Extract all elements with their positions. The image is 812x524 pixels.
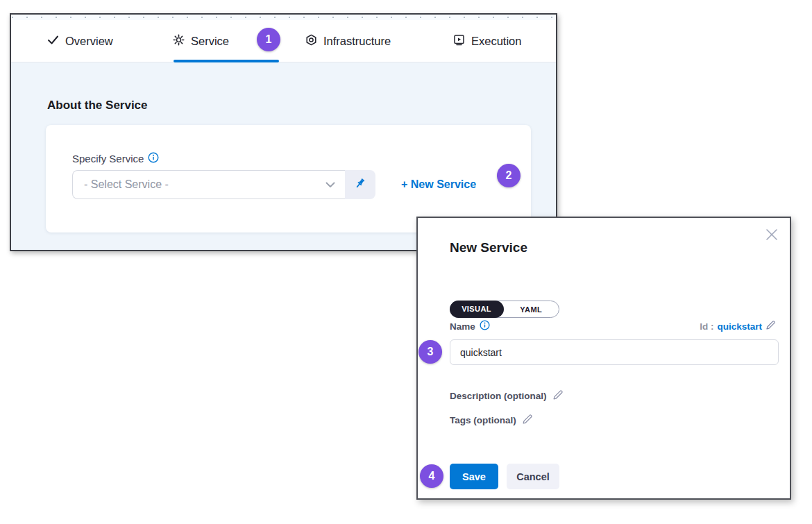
cancel-button[interactable]: Cancel [507, 464, 559, 489]
tab-infrastructure-label: Infrastructure [323, 35, 391, 48]
stage-tab-bar: Overview Service [11, 20, 556, 62]
section-heading: About the Service [47, 99, 148, 112]
info-icon[interactable] [148, 152, 159, 165]
tab-overview[interactable]: Overview [47, 20, 113, 62]
new-service-modal: New Service VISUAL YAML Name Id : quicks… [416, 217, 791, 500]
execution-icon [453, 34, 465, 49]
name-label: Name [450, 320, 490, 332]
new-service-link[interactable]: + New Service [401, 178, 476, 191]
save-button[interactable]: Save [450, 464, 498, 489]
tab-infrastructure[interactable]: Infrastructure [305, 20, 391, 62]
chevron-down-icon [325, 178, 335, 191]
step-badge-3: 3 [418, 340, 442, 364]
id-label: Id : [700, 321, 713, 332]
toggle-yaml[interactable]: YAML [504, 301, 559, 317]
check-icon [47, 34, 59, 49]
edit-pencil-icon[interactable] [552, 389, 564, 403]
service-select[interactable]: - Select Service - [72, 170, 345, 199]
step-badge-1: 1 [257, 28, 280, 51]
gear-icon [173, 34, 185, 49]
info-icon[interactable] [480, 320, 490, 332]
name-input[interactable] [450, 339, 779, 365]
step-badge-2: 2 [497, 164, 521, 187]
close-icon[interactable] [765, 228, 779, 242]
screenshot-stage: Overview Service [0, 0, 812, 524]
service-id-line: Id : quickstart [700, 320, 776, 332]
pushpin-icon [354, 177, 366, 192]
modal-title: New Service [450, 240, 527, 255]
tab-execution[interactable]: Execution [453, 20, 521, 62]
specify-service-label: Specify Service [72, 152, 159, 165]
visual-yaml-toggle: VISUAL YAML [450, 301, 559, 318]
service-select-placeholder: - Select Service - [84, 178, 169, 191]
ruler-tick-strip [11, 15, 556, 20]
edit-pencil-icon[interactable] [766, 320, 776, 332]
step-badge-4: 4 [420, 464, 443, 488]
tab-execution-label: Execution [471, 35, 521, 48]
infrastructure-icon [305, 34, 317, 49]
service-select-group: - Select Service - [72, 170, 375, 199]
id-value-link[interactable]: quickstart [717, 321, 762, 332]
service-setup-panel: Overview Service [10, 13, 557, 251]
tags-label: Tags (optional) [450, 414, 533, 427]
tab-overview-label: Overview [65, 35, 113, 48]
tab-service-label: Service [191, 35, 229, 48]
toggle-visual[interactable]: VISUAL [450, 301, 504, 318]
pin-service-button[interactable] [345, 170, 375, 199]
description-label: Description (optional) [450, 389, 564, 403]
edit-pencil-icon[interactable] [522, 414, 533, 427]
tab-service[interactable]: Service [173, 20, 229, 62]
